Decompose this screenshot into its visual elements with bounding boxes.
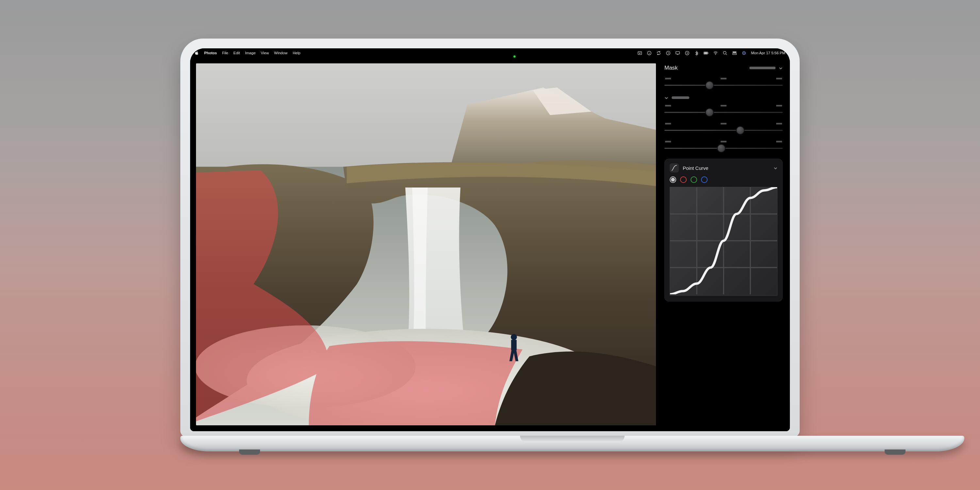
chevron-down-icon[interactable] <box>779 66 783 70</box>
status-icon-info[interactable] <box>647 51 652 56</box>
point-curve-title: Point Curve <box>683 165 708 171</box>
chevron-down-icon[interactable] <box>773 166 778 170</box>
camera-led <box>514 56 515 57</box>
channel-blue[interactable] <box>701 177 708 183</box>
mask-panel-header[interactable]: Mask <box>665 65 783 71</box>
channel-green[interactable] <box>690 177 697 183</box>
channel-luma[interactable] <box>670 177 676 183</box>
chevron-down-icon <box>665 96 668 100</box>
photo-canvas[interactable] <box>196 64 656 425</box>
apple-menu-icon[interactable] <box>195 51 199 55</box>
subsection-pill <box>671 96 689 99</box>
mask-slider-2[interactable] <box>665 108 783 117</box>
svg-rect-10 <box>733 51 737 52</box>
siri-icon[interactable] <box>741 51 746 56</box>
status-icon-1[interactable] <box>637 51 642 56</box>
svg-rect-7 <box>708 52 708 54</box>
app-window: Mask <box>190 57 790 431</box>
point-curve-panel: Point Curve <box>665 159 783 302</box>
status-icon-sync[interactable] <box>656 51 661 56</box>
laptop-foot <box>239 450 260 455</box>
menu-view[interactable]: View <box>261 51 269 55</box>
screen-bezel: Photos File Edit Image View Window Help <box>190 48 790 431</box>
curve-editor[interactable] <box>670 187 778 296</box>
svg-point-8 <box>715 54 716 55</box>
menu-image[interactable]: Image <box>245 51 255 55</box>
svg-point-9 <box>724 51 726 54</box>
svg-rect-3 <box>676 51 679 54</box>
spotlight-icon[interactable] <box>722 51 727 56</box>
menubar-clock[interactable]: Mon Apr 17 5:56 PM <box>751 51 785 55</box>
laptop-base <box>180 436 964 452</box>
slider-ticks <box>665 78 782 80</box>
battery-icon[interactable] <box>704 51 708 56</box>
mask-slider-1[interactable] <box>665 81 783 90</box>
menu-file[interactable]: File <box>222 51 228 55</box>
laptop-screen-frame: Photos File Edit Image View Window Help <box>180 38 800 437</box>
camera-notch <box>457 48 523 56</box>
bluetooth-icon[interactable] <box>694 51 699 56</box>
mask-slider-4[interactable] <box>665 144 783 153</box>
slider-ticks <box>665 141 782 142</box>
menu-edit[interactable]: Edit <box>234 51 240 55</box>
status-icon-display[interactable] <box>675 51 680 56</box>
point-curve-icon <box>670 163 679 172</box>
svg-rect-11 <box>733 53 737 54</box>
mask-subsection-header[interactable] <box>665 96 783 100</box>
wifi-icon[interactable] <box>713 51 718 56</box>
menu-help[interactable]: Help <box>293 51 301 55</box>
mask-slider-3[interactable] <box>665 126 783 135</box>
control-center-icon[interactable] <box>732 51 737 56</box>
laptop-mockup: Photos File Edit Image View Window Help <box>180 38 800 452</box>
mask-preset-pill[interactable] <box>749 67 775 69</box>
laptop-foot <box>885 450 905 455</box>
app-name[interactable]: Photos <box>204 51 217 55</box>
adjustments-sidebar: Mask <box>660 57 790 431</box>
mask-title: Mask <box>665 65 678 71</box>
curve-channel-picker <box>670 177 778 183</box>
slider-ticks <box>665 105 782 107</box>
status-icon-timemachine[interactable] <box>666 51 671 56</box>
slider-ticks <box>665 123 782 124</box>
svg-rect-0 <box>638 51 641 54</box>
svg-point-19 <box>511 334 517 340</box>
menu-window[interactable]: Window <box>274 51 288 55</box>
channel-red[interactable] <box>680 177 687 183</box>
svg-point-12 <box>742 51 746 54</box>
svg-rect-6 <box>704 52 708 54</box>
status-icon-play[interactable] <box>685 51 690 56</box>
